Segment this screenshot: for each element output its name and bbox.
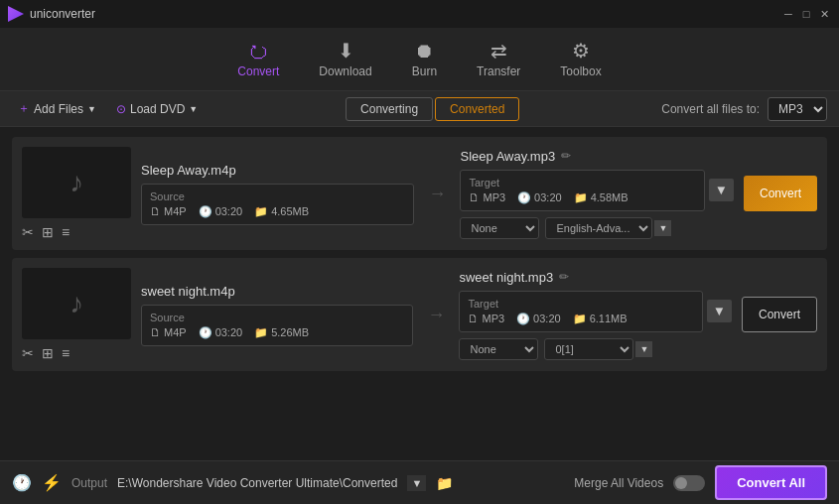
nav-label-toolbox: Toolbox [560,64,601,78]
file-name-1: Sleep Away.m4p [141,163,414,178]
nav-item-toolbox[interactable]: ⚙ Toolbox [560,41,601,78]
tab-converted[interactable]: Converted [435,97,519,121]
bottom-bar: 🕐 ⚡ Output E:\Wondershare Video Converte… [0,460,839,504]
folder-icon-2: 📁 [254,326,268,339]
nav-item-transfer[interactable]: ⇄ Transfer [477,41,520,78]
arrow-col-1: → [428,184,446,204]
dvd-icon: ⊙ [116,102,126,116]
app-logo [8,6,24,22]
history-button[interactable]: 🕐 [12,473,32,492]
subtitle-row-2: None 0[1] ▼ [459,338,731,360]
file-card-2-left: ♪ ✂ ⊞ ≡ [22,268,131,361]
nav-item-burn[interactable]: ⏺ Burn [412,41,437,78]
source-format-2: 🗋 M4P [150,326,187,338]
scissors-button-2[interactable]: ✂ [22,345,34,361]
target-dropdown-button-2[interactable]: ▼ [707,300,732,322]
target-size-1: 📁 4.58MB [574,191,629,204]
tab-converting[interactable]: Converting [346,97,433,121]
lang-dropdown-button-1[interactable]: ▼ [654,220,671,236]
convert-button-1[interactable]: Convert [744,176,817,211]
minimize-button[interactable]: ─ [781,7,795,21]
nav-item-convert[interactable]: ⭮ Convert [237,41,279,78]
nav-label-download: Download [319,64,371,78]
subtitle-row-1: None English-Adva... ▼ [460,217,733,239]
target-box-2: Target 🗋 MP3 🕐 03:20 📁 6.11MB [459,291,702,332]
source-meta-1: 🗋 M4P 🕐 03:20 📁 4.65MB [150,205,405,218]
target-folder-icon-2: 📁 [573,313,587,325]
edit-icon-1[interactable]: ✏ [561,149,571,163]
speed-button[interactable]: ⚡ [42,473,62,492]
list-button-2[interactable]: ≡ [62,345,70,361]
merge-button-1[interactable]: ⊞ [42,224,54,240]
target-dropdown-button-1[interactable]: ▼ [709,179,734,201]
nav-bar: ⭮ Convert ⬇ Download ⏺ Burn ⇄ Transfer ⚙… [0,28,839,91]
window-controls: ─ □ ✕ [781,7,831,21]
lang-select-2[interactable]: 0[1] [544,338,633,360]
convert-button-2[interactable]: Convert [742,297,817,332]
target-name-row-2: sweet night.mp3 ✏ [459,270,731,285]
target-name-row-1: Sleep Away.mp3 ✏ [460,149,733,164]
merge-button-2[interactable]: ⊞ [42,345,54,361]
source-size-2: 📁 5.26MB [254,326,309,339]
main-content: ♪ ✂ ⊞ ≡ Sleep Away.m4p Source 🗋 M4P 🕐 [0,127,839,460]
close-button[interactable]: ✕ [817,7,831,21]
subtitle-select-1[interactable]: None [460,217,539,239]
nav-label-burn: Burn [412,64,437,78]
file-info-col-2: sweet night.m4p Source 🗋 M4P 🕐 03:20 📁 5… [141,284,413,346]
target-clock-icon-2: 🕐 [516,313,530,325]
file-actions-2: ✂ ⊞ ≡ [22,345,70,361]
target-file-icon-2: 🗋 [468,313,479,324]
target-box-row-1: Target 🗋 MP3 🕐 03:20 📁 4.58MB [460,170,733,211]
format-selector: MP3 MP4 AAC [768,97,827,121]
target-clock-icon-1: 🕐 [517,191,531,204]
target-name-2: sweet night.mp3 [459,270,553,285]
target-meta-1: 🗋 MP3 🕐 03:20 📁 4.58MB [469,191,695,204]
list-button-1[interactable]: ≡ [62,224,70,240]
toolbar: ＋ Add Files ▼ ⊙ Load DVD ▼ Converting Co… [0,91,839,127]
edit-icon-2[interactable]: ✏ [559,270,569,284]
source-size-1: 📁 4.65MB [254,205,309,218]
file-card-2: ♪ ✂ ⊞ ≡ sweet night.m4p Source 🗋 M4P 🕐 [12,258,827,371]
download-nav-icon: ⬇ [338,41,354,61]
convert-all-button[interactable]: Convert All [715,465,827,500]
clock-icon-1: 🕐 [199,205,212,218]
output-folder-icon[interactable]: 📁 [436,475,453,491]
title-bar: uniconverter ─ □ ✕ [0,0,839,28]
transfer-nav-icon: ⇄ [490,41,507,61]
file-thumb-2: ♪ [22,268,131,339]
lang-dropdown-button-2[interactable]: ▼ [635,341,652,357]
output-dropdown-button[interactable]: ▼ [407,475,426,491]
add-files-button[interactable]: ＋ Add Files ▼ [12,96,102,121]
target-duration-1: 🕐 03:20 [517,191,562,204]
source-duration-2: 🕐 03:20 [199,326,243,339]
target-size-2: 📁 6.11MB [573,313,628,325]
source-box-1: Source 🗋 M4P 🕐 03:20 📁 4.65MB [141,184,414,225]
nav-label-transfer: Transfer [477,64,520,78]
lang-select-1[interactable]: English-Adva... [545,217,652,239]
load-dvd-arrow-icon: ▼ [189,104,198,114]
target-format-1: 🗋 MP3 [469,191,505,203]
scissors-button-1[interactable]: ✂ [22,224,34,240]
target-name-1: Sleep Away.mp3 [460,149,555,164]
file-card-1: ♪ ✂ ⊞ ≡ Sleep Away.m4p Source 🗋 M4P 🕐 [12,137,827,250]
merge-toggle[interactable] [673,475,705,491]
target-col-1: Sleep Away.mp3 ✏ Target 🗋 MP3 🕐 03:20 [460,149,733,239]
format-select-input[interactable]: MP3 MP4 AAC [768,97,827,121]
toolbox-nav-icon: ⚙ [572,41,590,61]
arrow-col-2: → [427,305,445,325]
convert-all-files-label: Convert all files to: [661,102,760,116]
source-duration-1: 🕐 03:20 [199,205,243,218]
load-dvd-button[interactable]: ⊙ Load DVD ▼ [110,98,204,120]
file-icon-2: 🗋 [150,326,161,338]
nav-label-convert: Convert [237,64,279,78]
burn-nav-icon: ⏺ [414,41,434,61]
file-info-col-1: Sleep Away.m4p Source 🗋 M4P 🕐 03:20 📁 4.… [141,163,414,225]
target-file-icon-1: 🗋 [469,191,480,203]
file-card-1-left: ♪ ✂ ⊞ ≡ [22,147,131,240]
maximize-button[interactable]: □ [799,7,813,21]
output-path: E:\Wondershare Video Converter Ultimate\… [117,476,397,490]
nav-item-download[interactable]: ⬇ Download [319,41,371,78]
subtitle-select-2[interactable]: None [459,338,538,360]
target-box-row-2: Target 🗋 MP3 🕐 03:20 📁 6.11MB [459,291,731,332]
folder-icon-1: 📁 [254,205,268,218]
